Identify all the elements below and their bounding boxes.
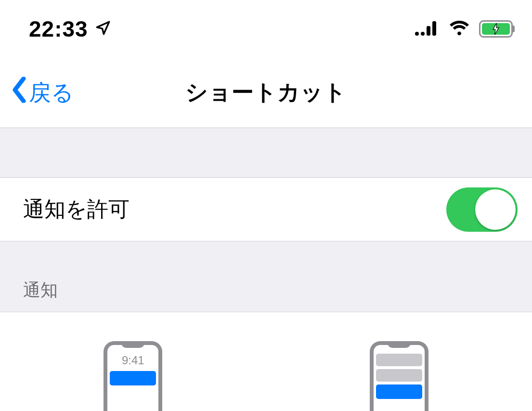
chevron-left-icon [11, 77, 28, 108]
allow-notifications-row: 通知を許可 [0, 178, 532, 241]
preview-lock-screen[interactable]: 9:41 [0, 341, 266, 411]
notification-placeholder [376, 354, 422, 366]
status-left: 22:33 [29, 16, 111, 42]
preview-notification-center[interactable] [266, 341, 532, 411]
page-title: ショートカット [185, 78, 347, 107]
phone-mockup-notification-center [370, 341, 428, 411]
svg-point-0 [415, 32, 419, 36]
cellular-icon [415, 19, 440, 39]
back-label: 戻る [29, 78, 74, 107]
notifications-section-label: 通知 [23, 278, 58, 302]
back-button[interactable]: 戻る [11, 77, 74, 108]
allow-notifications-toggle[interactable] [446, 187, 518, 232]
notification-banner [110, 371, 156, 385]
svg-rect-2 [427, 26, 430, 36]
allow-notifications-label: 通知を許可 [23, 195, 130, 224]
location-icon [95, 20, 111, 38]
group-spacer [0, 128, 532, 178]
battery-icon [479, 20, 513, 38]
phone-time-text: 9:41 [122, 354, 144, 367]
wifi-icon [448, 19, 470, 39]
svg-point-1 [421, 32, 425, 36]
notification-banner [376, 384, 422, 399]
navigation-bar: 戻る ショートカット [0, 58, 532, 128]
phone-notch [388, 341, 411, 348]
status-right [415, 19, 513, 39]
notification-style-previews: 9:41 [0, 312, 532, 411]
notifications-section-header: 通知 [0, 241, 532, 312]
toggle-knob [475, 189, 516, 230]
phone-notch [121, 341, 144, 348]
notification-placeholder [376, 369, 422, 382]
svg-rect-3 [432, 21, 436, 36]
status-bar: 22:33 [0, 0, 532, 58]
phone-mockup-lock-screen: 9:41 [104, 341, 162, 411]
status-time: 22:33 [29, 16, 88, 42]
